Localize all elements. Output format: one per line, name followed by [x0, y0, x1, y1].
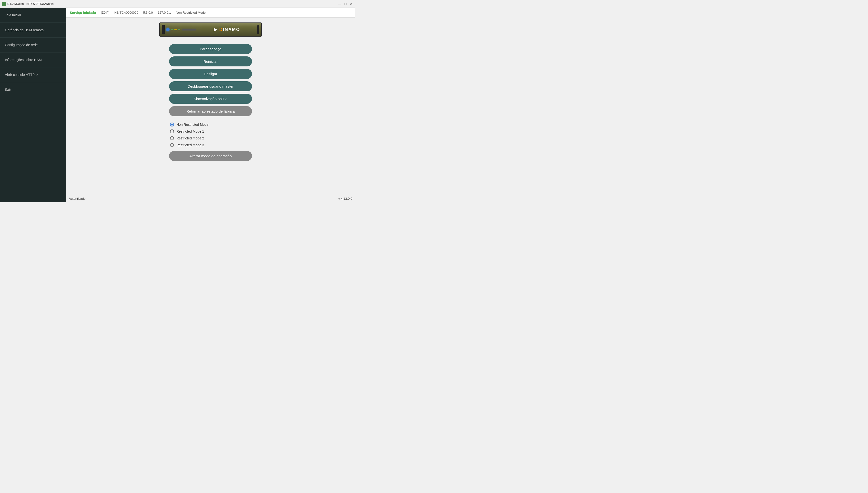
hsm-left-section: [162, 25, 197, 35]
status-ns: NS TCA0000000: [114, 11, 138, 15]
hsm-led: [166, 28, 169, 31]
sidebar-item-label: Sair: [5, 88, 61, 91]
hsm-slot-left: [162, 25, 165, 35]
sidebar-item-label: Gerência do HSM remoto: [5, 28, 61, 32]
radio-circle-restricted-1: [170, 129, 174, 133]
hsm-indicator-1: [171, 29, 174, 30]
radio-restricted-2[interactable]: Restricted mode 2: [169, 135, 252, 142]
sincronizacao-online-button[interactable]: Sincronização online: [169, 94, 252, 104]
operation-mode-radio-group: Non Restricted Mode Restricted Mode 1 Re…: [169, 121, 252, 148]
content-area: Serviço iniciado (DXP) NS TCA0000000 5.3…: [66, 8, 355, 202]
window-controls: — □ ✕: [338, 2, 353, 6]
status-ip: 127.0.0.1: [158, 11, 171, 15]
sidebar-item-sair[interactable]: Sair: [0, 82, 66, 97]
sidebar: Tela Inicial Gerência do HSM remoto Conf…: [0, 8, 66, 202]
radio-circle-non-restricted: [170, 123, 174, 127]
hsm-right-section: [257, 25, 259, 34]
sidebar-item-info-hsm[interactable]: Informações sobre HSM: [0, 52, 66, 67]
desbloquear-master-button[interactable]: Desbloquear usuário master: [169, 81, 252, 91]
hsm-logo: ▶ DINAMO: [214, 27, 240, 32]
app-icon: [2, 2, 6, 6]
status-dxp: (DXP): [101, 11, 109, 15]
status-mode: Non Restricted Mode: [176, 11, 206, 15]
reiniciar-button[interactable]: Reiniciar: [169, 57, 252, 66]
hsm-slot-right: [257, 25, 259, 34]
main-content: ▶ DINAMO Parar serviço Reiniciar Desliga…: [66, 18, 355, 195]
minimize-button[interactable]: —: [338, 2, 342, 6]
radio-non-restricted[interactable]: Non Restricted Mode: [169, 121, 252, 128]
sidebar-item-abrir-console[interactable]: Abrir console HTTP ↗: [0, 67, 66, 82]
sidebar-item-tela-inicial[interactable]: Tela Inicial: [0, 8, 66, 23]
hsm-indicators: [171, 29, 180, 30]
title-bar: DINAMOcon - KEY-STATION\Nadia — □ ✕: [0, 0, 355, 8]
close-button[interactable]: ✕: [349, 2, 353, 6]
radio-restricted-3[interactable]: Restricted mode 3: [169, 142, 252, 148]
sidebar-item-label: Tela Inicial: [5, 13, 61, 17]
alterar-modo-button[interactable]: Alterar modo de operação: [169, 151, 252, 161]
retornar-fabrica-button[interactable]: Retornar ao estado de fábrica: [169, 106, 252, 116]
sidebar-item-config-rede[interactable]: Configuração de rede: [0, 38, 66, 52]
external-link-icon: ↗: [36, 73, 38, 77]
maximize-button[interactable]: □: [343, 2, 347, 6]
sidebar-item-gerencia-hsm[interactable]: Gerência do HSM remoto: [0, 23, 66, 38]
hsm-indicator-3: [178, 29, 180, 30]
app-version: v 4.13.0.0: [338, 197, 352, 200]
desligar-button[interactable]: Desligar: [169, 69, 252, 79]
parar-servico-button[interactable]: Parar serviço: [169, 44, 252, 54]
status-version: 5.3.0.0: [143, 11, 153, 15]
app-body: Tela Inicial Gerência do HSM remoto Conf…: [0, 8, 355, 202]
hsm-indicator-2: [175, 29, 177, 30]
service-status: Serviço iniciado: [70, 11, 96, 15]
sidebar-item-label: Informações sobre HSM: [5, 58, 61, 62]
window-title: DINAMOcon - KEY-STATION\Nadia: [7, 2, 338, 6]
radio-circle-restricted-2: [170, 136, 174, 140]
sidebar-item-label: Abrir console HTTP ↗: [5, 73, 61, 77]
hsm-device-image: ▶ DINAMO: [159, 22, 262, 37]
auth-status: Autenticado: [69, 197, 338, 200]
status-bar-bottom: Autenticado v 4.13.0.0: [66, 195, 355, 202]
hsm-bar: [182, 28, 197, 30]
radio-circle-restricted-3: [170, 143, 174, 147]
sidebar-item-label: Configuração de rede: [5, 43, 61, 47]
radio-restricted-1[interactable]: Restricted Mode 1: [169, 128, 252, 135]
status-bar-top: Serviço iniciado (DXP) NS TCA0000000 5.3…: [66, 8, 355, 18]
